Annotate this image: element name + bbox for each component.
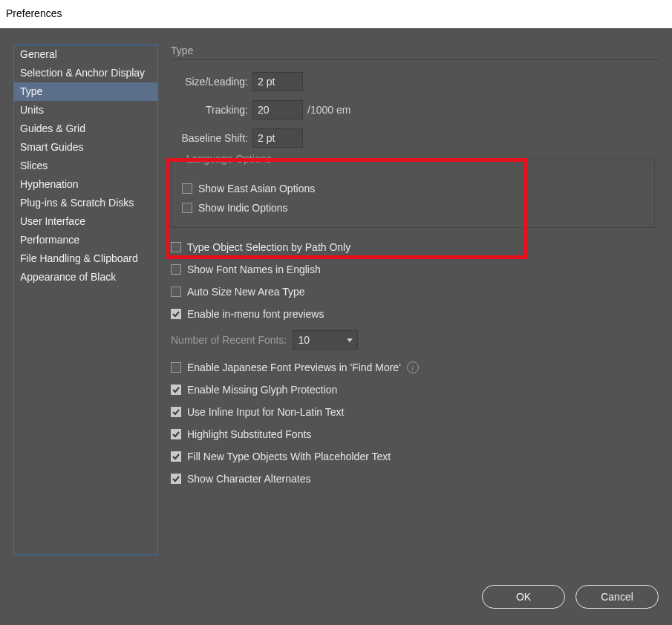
dialog-body: General Selection & Anchor Display Type … (0, 28, 672, 625)
jp-find-more-row: Enable Japanese Font Previews in 'Find M… (171, 361, 659, 373)
auto-size-area-checkbox[interactable] (171, 287, 181, 297)
char-alternates-label: Show Character Alternates (187, 473, 311, 485)
in-menu-preview-checkbox[interactable] (171, 309, 181, 319)
size-leading-input[interactable] (252, 72, 303, 91)
char-alternates-row: Show Character Alternates (171, 473, 659, 485)
highlight-substituted-checkbox[interactable] (171, 429, 181, 439)
sidebar-item-file-clipboard[interactable]: File Handling & Clipboard (14, 249, 157, 268)
window-title: Preferences (0, 0, 672, 25)
sidebar-item-label: Type (20, 85, 42, 97)
sidebar-item-label: Slices (20, 160, 48, 171)
char-alternates-checkbox[interactable] (171, 474, 181, 484)
sidebar-item-hyphenation[interactable]: Hyphenation (14, 175, 157, 194)
dialog-button-bar: OK Cancel (482, 585, 659, 609)
sidebar-item-type[interactable]: Type (14, 82, 157, 101)
placeholder-text-label: Fill New Type Objects With Placeholder T… (187, 451, 391, 462)
sidebar-item-user-interface[interactable]: User Interface (14, 212, 157, 231)
type-preferences-panel: Type Size/Leading: Tracking: /1000 em Ba… (171, 45, 659, 495)
tracking-row: Tracking: /1000 em (171, 100, 659, 120)
east-asian-checkbox[interactable] (182, 183, 192, 194)
sidebar-item-label: Appearance of Black (20, 271, 116, 283)
jp-find-more-label: Enable Japanese Font Previews in 'Find M… (187, 361, 401, 373)
in-menu-preview-row: Enable in-menu font previews (171, 308, 659, 320)
path-only-checkbox[interactable] (171, 242, 181, 252)
sidebar-item-selection-anchor[interactable]: Selection & Anchor Display (14, 64, 157, 82)
sidebar-item-label: Guides & Grid (20, 122, 85, 134)
indic-label: Show Indic Options (198, 202, 288, 214)
preferences-sidebar: General Selection & Anchor Display Type … (13, 45, 158, 555)
recent-fonts-select[interactable]: 10 (293, 330, 358, 350)
section-divider (171, 59, 659, 60)
sidebar-item-label: Performance (20, 234, 79, 246)
sidebar-item-units[interactable]: Units (14, 101, 157, 120)
sidebar-item-smart-guides[interactable]: Smart Guides (14, 138, 157, 157)
east-asian-option-row: Show East Asian Options (182, 183, 644, 194)
missing-glyph-label: Enable Missing Glyph Protection (187, 384, 337, 396)
highlight-substituted-row: Highlight Substituted Fonts (171, 428, 659, 440)
sidebar-item-label: Smart Guides (20, 141, 84, 153)
sidebar-item-label: Hyphenation (20, 178, 79, 190)
sidebar-item-label: Selection & Anchor Display (20, 67, 145, 79)
sidebar-item-label: User Interface (20, 215, 85, 227)
sidebar-item-label: Units (20, 104, 44, 116)
tracking-label: Tracking: (171, 104, 248, 116)
font-names-english-label: Show Font Names in English (187, 264, 321, 275)
size-leading-label: Size/Leading: (171, 76, 248, 88)
baseline-shift-label: Baseline Shift: (171, 132, 248, 144)
sidebar-item-guides-grid[interactable]: Guides & Grid (14, 120, 157, 138)
font-names-english-row: Show Font Names in English (171, 264, 659, 275)
indic-option-row: Show Indic Options (182, 202, 644, 214)
placeholder-text-row: Fill New Type Objects With Placeholder T… (171, 451, 659, 462)
cancel-button[interactable]: Cancel (575, 585, 659, 609)
section-title: Type (171, 45, 659, 56)
tracking-suffix: /1000 em (307, 104, 350, 116)
sidebar-item-slices[interactable]: Slices (14, 157, 157, 175)
sidebar-item-label: File Handling & Clipboard (20, 252, 138, 264)
sidebar-item-performance[interactable]: Performance (14, 231, 157, 249)
sidebar-item-plugins-scratch[interactable]: Plug-ins & Scratch Disks (14, 194, 157, 212)
sidebar-item-label: General (20, 48, 57, 60)
inline-non-latin-checkbox[interactable] (171, 407, 181, 417)
east-asian-label: Show East Asian Options (198, 183, 315, 194)
language-options-title: Language Options (182, 153, 275, 165)
chevron-down-icon (347, 338, 353, 342)
jp-find-more-checkbox[interactable] (171, 362, 181, 373)
recent-fonts-row: Number of Recent Fonts: 10 (171, 330, 659, 350)
baseline-shift-row: Baseline Shift: (171, 128, 659, 148)
language-options-group: Language Options Show East Asian Options… (171, 160, 655, 228)
sidebar-item-appearance-black[interactable]: Appearance of Black (14, 268, 157, 287)
recent-fonts-value: 10 (298, 334, 310, 346)
path-only-label: Type Object Selection by Path Only (187, 241, 350, 253)
inline-non-latin-row: Use Inline Input for Non-Latin Text (171, 406, 659, 418)
in-menu-preview-label: Enable in-menu font previews (187, 308, 324, 320)
missing-glyph-row: Enable Missing Glyph Protection (171, 384, 659, 396)
ok-button[interactable]: OK (482, 585, 565, 609)
font-names-english-checkbox[interactable] (171, 264, 181, 275)
highlight-substituted-label: Highlight Substituted Fonts (187, 428, 311, 440)
baseline-shift-input[interactable] (252, 128, 303, 148)
path-only-row: Type Object Selection by Path Only (171, 241, 659, 253)
auto-size-area-label: Auto Size New Area Type (187, 286, 305, 298)
recent-fonts-label: Number of Recent Fonts: (171, 334, 287, 346)
auto-size-area-row: Auto Size New Area Type (171, 286, 659, 298)
sidebar-item-general[interactable]: General (14, 45, 157, 64)
placeholder-text-checkbox[interactable] (171, 451, 181, 462)
info-icon[interactable]: i (407, 361, 419, 373)
indic-checkbox[interactable] (182, 203, 192, 213)
missing-glyph-checkbox[interactable] (171, 385, 181, 395)
tracking-input[interactable] (252, 100, 303, 120)
size-leading-row: Size/Leading: (171, 72, 659, 91)
sidebar-item-label: Plug-ins & Scratch Disks (20, 197, 134, 209)
inline-non-latin-label: Use Inline Input for Non-Latin Text (187, 406, 344, 418)
